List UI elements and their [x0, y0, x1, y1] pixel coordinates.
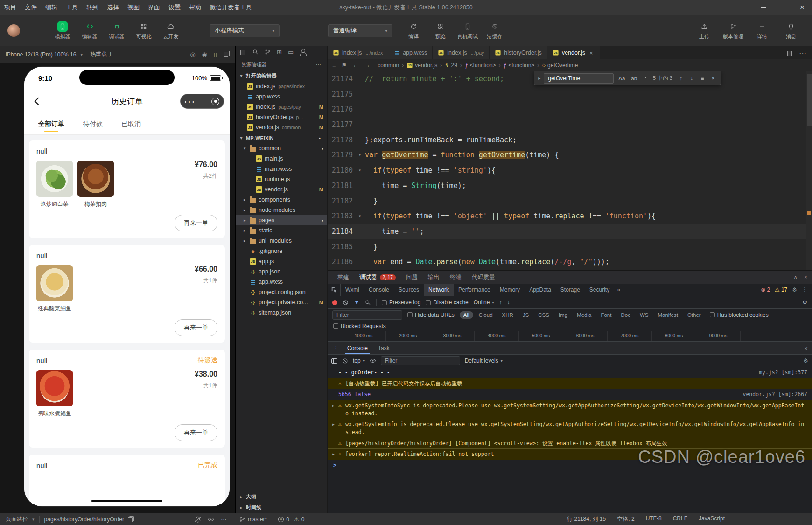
devtools-tab-appdata[interactable]: AppData [525, 284, 556, 296]
line-number[interactable]: 21175 [328, 87, 355, 102]
blocked-requests-checkbox[interactable]: Blocked Requests [333, 323, 386, 329]
collapse-panel-icon[interactable]: ∧ [793, 274, 798, 280]
line-number[interactable]: 21178 [328, 133, 355, 148]
find-in-selection-icon[interactable]: ≡ [699, 75, 706, 82]
page-path-select[interactable]: 页面路径 ▾ [6, 515, 35, 523]
source-control-icon[interactable] [265, 49, 271, 55]
console-sidebar-icon[interactable] [331, 358, 337, 364]
request-filter-chip-manifest[interactable]: Manifest [654, 311, 681, 319]
expand-icon[interactable]: ▶ [332, 420, 338, 427]
minimize-icon[interactable] [753, 0, 773, 15]
arrow-left-icon[interactable]: ← [352, 62, 358, 69]
tab-console[interactable]: Console [343, 343, 372, 354]
compile-mode-select[interactable]: 普通编译 ▾ [328, 24, 392, 37]
order-tab-已取消[interactable]: 已取消 [114, 113, 148, 134]
record-icon[interactable]: ◉ [202, 51, 207, 58]
close-find-icon[interactable]: × [709, 75, 717, 82]
tree-file-runtime.js[interactable]: JSruntime.js [236, 174, 327, 184]
language-mode[interactable]: JavaScript [699, 515, 725, 523]
devtools-settings-icon[interactable]: ⚙ [792, 287, 797, 293]
line-number[interactable]: 21185 [328, 239, 355, 255]
tree-file-app.js[interactable]: JSapp.js [236, 256, 327, 266]
arrow-right-icon[interactable]: → [364, 62, 370, 69]
toolbar-upload-button[interactable]: 上传 [693, 21, 716, 40]
reorder-button[interactable]: 再来一单 [175, 424, 217, 441]
line-number[interactable]: 21180 [328, 163, 355, 178]
problems-indicator[interactable]: 0 ⚠0 [278, 516, 304, 523]
preserve-log-checkbox[interactable]: Preserve log [382, 299, 420, 306]
editor-tab-app.wxss[interactable]: app.wxss [388, 46, 433, 59]
line-number[interactable]: 21179 [328, 147, 355, 163]
order-tab-待付款[interactable]: 待付款 [76, 113, 110, 134]
line-number[interactable]: 21174 [328, 71, 355, 87]
breadcrumb-item[interactable]: JSvendor.js [406, 62, 437, 69]
devtools-tab-storage[interactable]: Storage [556, 284, 585, 296]
tree-file-app.wxss[interactable]: app.wxss [236, 277, 327, 287]
filter-icon[interactable] [354, 300, 360, 306]
tree-file-main.wxss[interactable]: main.wxss [236, 164, 327, 174]
bookmark-icon[interactable]: ⚑ [342, 62, 347, 69]
warning-count-badge[interactable]: 17 [775, 287, 787, 293]
editor-tab-vendor.js[interactable]: JSvendor.js [547, 46, 600, 59]
tree-folder-components[interactable]: ▸components [236, 195, 327, 205]
order-tab-全部订单[interactable]: 全部订单 [31, 113, 72, 134]
encoding[interactable]: UTF-8 [646, 515, 662, 523]
live-expression-icon[interactable] [370, 357, 376, 364]
hide-data-urls-checkbox[interactable]: Hide data URLs [407, 312, 455, 318]
close-tab-icon[interactable] [588, 49, 595, 56]
code-editor[interactable]: 21174// return minute + ':' + second;211… [328, 71, 812, 270]
tree-file-sitemap.json[interactable]: {}sitemap.json [236, 308, 327, 318]
console-warning[interactable]: ⚠[自动热重载] 已开启代码文件保存后自动热重载 [328, 378, 812, 390]
find-collapse-icon[interactable]: ▸ [538, 76, 540, 81]
editor-tab-index.js[interactable]: JSindex.js...\index [328, 46, 388, 59]
exit-target-icon[interactable] [211, 98, 219, 105]
whole-word-toggle[interactable]: ab [630, 75, 638, 82]
inspect-element-icon[interactable] [328, 284, 341, 296]
menu-item[interactable]: 项目 [0, 3, 21, 12]
toolbar-debugger-button[interactable]: 调试器 [105, 21, 128, 40]
tree-file-app.json[interactable]: {}app.json [236, 266, 327, 277]
editor-tab-index.js[interactable]: JSindex.js...\pay [433, 46, 490, 59]
breadcrumb-item[interactable]: common [378, 62, 399, 69]
toolbar-compile-button[interactable]: 编译 [402, 21, 425, 40]
breadcrumb-item[interactable]: ƒ<function> [504, 62, 535, 69]
list-icon[interactable]: ≡ [332, 62, 336, 69]
menu-item[interactable]: 设置 [164, 3, 185, 12]
reorder-button[interactable]: 再来一单 [175, 319, 217, 336]
debugger-tab-输出[interactable]: 输出 [423, 271, 445, 284]
menu-item[interactable]: 转到 [82, 3, 103, 12]
account-icon[interactable] [300, 49, 306, 56]
throttling-select[interactable]: Online ▾ [474, 299, 494, 306]
request-filter-chip-cloud[interactable]: Cloud [475, 311, 497, 319]
next-match-icon[interactable]: ↓ [688, 75, 695, 82]
reorder-button[interactable]: 再来一单 [175, 215, 217, 231]
page-path-value[interactable]: pages/historyOrder/historyOrder [44, 516, 124, 523]
tree-folder-uni_modules[interactable]: ▸uni_modules [236, 236, 327, 246]
eol[interactable]: CRLF [673, 515, 687, 523]
devtools-tab-security[interactable]: Security [585, 284, 614, 296]
fold-icon[interactable]: ▾ [355, 163, 365, 178]
open-editors-section[interactable]: ▾ 打开的编辑器 [236, 70, 327, 81]
breadcrumb-item[interactable]: ↯29 [445, 62, 457, 69]
expand-icon[interactable]: ▶ [332, 402, 338, 409]
extensions-icon[interactable]: ⊞ [277, 49, 282, 56]
source-link[interactable]: vendor.js? [sm]:2667 [743, 391, 807, 399]
tree-file-.gitignore[interactable]: ◆.gitignore [236, 246, 327, 256]
window-icon[interactable]: ▭ [288, 49, 294, 56]
multi-window-icon[interactable] [224, 51, 230, 57]
tree-file-project.config.json[interactable]: {}project.config.json [236, 287, 327, 297]
request-filter-chip-xhr[interactable]: XHR [498, 311, 517, 319]
expand-icon[interactable]: ▶ [332, 450, 338, 457]
menu-item[interactable]: 编辑 [41, 3, 62, 12]
toolbar-version-control-button[interactable]: 版本管理 [721, 21, 745, 40]
split-editor-icon[interactable] [787, 50, 793, 56]
console-log[interactable]: -=-=goOrder-=-=-my.js? [sm]:377 [328, 367, 812, 378]
console-filter-input[interactable]: Filter [381, 356, 460, 365]
toolbar-remote-debug-button[interactable]: 真机调试 [456, 21, 479, 40]
close-panel-icon[interactable]: × [804, 274, 807, 280]
maximize-icon[interactable] [773, 0, 792, 15]
tree-folder-static[interactable]: ▸static [236, 225, 327, 236]
back-icon[interactable] [35, 98, 42, 105]
tab-overflow-icon[interactable]: » [614, 284, 623, 296]
open-editor-item[interactable]: app.wxss [236, 91, 327, 102]
